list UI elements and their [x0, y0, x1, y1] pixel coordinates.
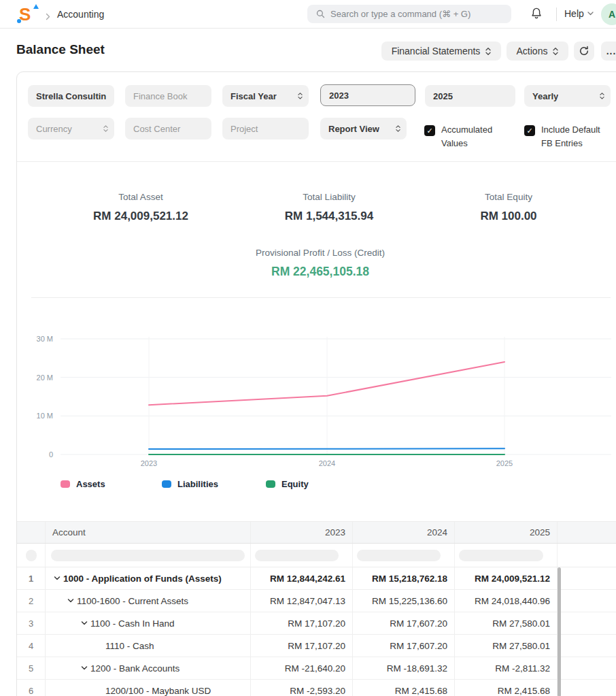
select-caret-icon [485, 47, 491, 56]
amount-cell: RM 27,580.01 [455, 635, 558, 657]
divider [31, 297, 611, 298]
checkbox-checked-icon: ✓ [424, 125, 435, 136]
avatar[interactable]: A [601, 3, 616, 25]
project-filter[interactable]: Project [222, 118, 309, 139]
account-cell: 1100-1600 - Current Assets [46, 590, 251, 612]
start-year-input[interactable]: 2023 [320, 84, 415, 106]
amount-cell: RM 12,844,242.61 [251, 567, 353, 589]
financial-statements-button[interactable]: Financial Statements [381, 42, 501, 61]
table-row[interactable]: 31100 - Cash In HandRM 17,107.20RM 17,60… [17, 612, 616, 635]
year-column-header[interactable]: 2025 [455, 522, 558, 543]
notifications-bell-icon[interactable] [530, 7, 543, 23]
svg-text:2024: 2024 [319, 459, 335, 467]
fiscal-year-select[interactable]: Fiscal Year [222, 85, 309, 107]
table-header-row: Account 2023 2024 2025 [17, 521, 616, 544]
page-title: Balance Sheet [16, 42, 105, 57]
account-filter-input[interactable] [51, 550, 245, 561]
amount-cell: RM -2,593.20 [251, 680, 353, 696]
account-column-header[interactable]: Account [46, 522, 251, 543]
total-asset-summary: Total Asset RM 24,009,521.12 [93, 192, 188, 223]
finance-book-filter[interactable]: Finance Book [125, 85, 211, 107]
actions-button[interactable]: Actions [507, 42, 568, 61]
provisional-profit-loss-summary: Provisional Profit / Loss (Credit) RM 22… [256, 248, 385, 279]
checkbox-checked-icon: ✓ [524, 125, 535, 136]
search-icon [316, 10, 325, 18]
account-cell: 1200 - Bank Accounts [46, 657, 251, 679]
report-table: Account 2023 2024 2025 11000 - Applicati… [17, 521, 616, 696]
account-cell: 1100 - Cash In Hand [46, 612, 251, 634]
amount-cell: RM -18,691.32 [353, 657, 455, 679]
periodicity-select[interactable]: Yearly [524, 85, 611, 107]
year-column-header[interactable]: 2023 [251, 522, 353, 543]
accumulated-values-checkbox[interactable]: ✓ Accumulated Values [424, 123, 500, 150]
expand-chevron-icon[interactable] [81, 620, 88, 626]
balance-line-chart: 010 M20 M30 M202320242025 [17, 318, 616, 476]
year-filter-input[interactable] [357, 550, 441, 561]
legend-marker-icon [162, 480, 171, 488]
select-caret-icon [298, 92, 303, 100]
table-row[interactable]: 61200/100 - Maybank USDRM -2,593.20RM 2,… [17, 680, 616, 696]
svg-text:2023: 2023 [141, 459, 157, 467]
amount-cell: RM 17,607.20 [353, 612, 455, 634]
table-row[interactable]: 51200 - Bank AccountsRM -21,640.20RM -18… [17, 657, 616, 680]
svg-text:30 M: 30 M [37, 335, 53, 343]
svg-text:0: 0 [49, 450, 53, 459]
header-filler [558, 522, 616, 543]
svg-text:2025: 2025 [496, 459, 513, 467]
year-filter-input[interactable] [255, 550, 339, 561]
row-number: 6 [17, 680, 46, 696]
row-number-header [17, 522, 46, 543]
total-equity-summary: Total Equity RM 100.00 [480, 192, 536, 223]
table-vertical-scrollbar[interactable] [558, 567, 561, 696]
account-cell: 1200/100 - Maybank USD [46, 680, 251, 696]
refresh-icon [579, 46, 589, 56]
expand-chevron-icon[interactable] [81, 665, 88, 671]
currency-select[interactable]: Currency [28, 118, 114, 139]
amount-cell: RM -21,640.20 [251, 657, 353, 679]
table-row[interactable]: 41110 - CashRM 17,107.20RM 17,607.20RM 2… [17, 635, 616, 657]
amount-cell: RM 15,225,136.60 [353, 590, 455, 612]
chevron-right-icon [45, 11, 51, 23]
expand-chevron-icon[interactable] [67, 598, 74, 603]
navbar-divider [556, 7, 557, 21]
row-number: 3 [17, 612, 46, 634]
amount-cell: RM 24,009,521.12 [455, 567, 558, 589]
svg-text:10 M: 10 M [37, 412, 53, 420]
company-filter[interactable]: Strella Consulting [28, 85, 114, 107]
select-caret-icon [396, 125, 400, 133]
year-filter-input[interactable] [459, 550, 543, 561]
account-cell: 1000 - Application of Funds (Assets) [46, 567, 251, 589]
year-column-header[interactable]: 2024 [353, 522, 455, 543]
expand-chevron-icon[interactable] [54, 576, 61, 581]
legend-equity: Equity [266, 479, 309, 489]
svg-text:20 M: 20 M [37, 374, 53, 382]
table-body: 11000 - Application of Funds (Assets)RM … [17, 567, 616, 696]
amount-cell: RM 17,107.20 [251, 635, 353, 657]
include-default-fb-entries-checkbox[interactable]: ✓ Include Default FB Entries [524, 123, 609, 150]
select-caret-icon [103, 125, 108, 133]
report-view-select[interactable]: Report View [320, 118, 407, 139]
table-row[interactable]: 21100-1600 - Current AssetsRM 12,847,047… [17, 590, 616, 612]
end-year-input[interactable]: 2025 [425, 85, 515, 107]
amount-cell: RM -2,811.32 [455, 657, 558, 679]
row-number: 1 [17, 567, 46, 589]
amount-cell: RM 12,847,047.13 [251, 590, 353, 612]
help-menu[interactable]: Help [564, 8, 594, 19]
cost-center-filter[interactable]: Cost Center [125, 118, 211, 139]
filters-section: Strella Consulting Finance Book Fiscal Y… [17, 72, 616, 162]
navbar: S Accounting Search or type a command (⌘… [0, 0, 616, 29]
refresh-button[interactable] [574, 42, 594, 61]
amount-cell: RM 17,107.20 [251, 612, 353, 634]
amount-cell: RM 17,607.20 [353, 635, 455, 657]
table-row[interactable]: 11000 - Application of Funds (Assets)RM … [17, 567, 616, 590]
select-caret-icon [600, 92, 604, 100]
summary-section: Total Asset RM 24,009,521.12 Total Liabi… [17, 162, 616, 298]
row-number-filter-input[interactable] [26, 550, 37, 561]
search-input[interactable]: Search or type a command (⌘ + G) [307, 5, 511, 23]
more-menu-button[interactable]: ... [601, 42, 616, 61]
app-logo-icon[interactable]: S [19, 3, 37, 25]
chevron-down-icon [587, 12, 594, 16]
breadcrumb[interactable]: Accounting [57, 9, 104, 20]
amount-cell: RM 2,415.68 [353, 680, 455, 696]
row-number: 2 [17, 590, 46, 612]
